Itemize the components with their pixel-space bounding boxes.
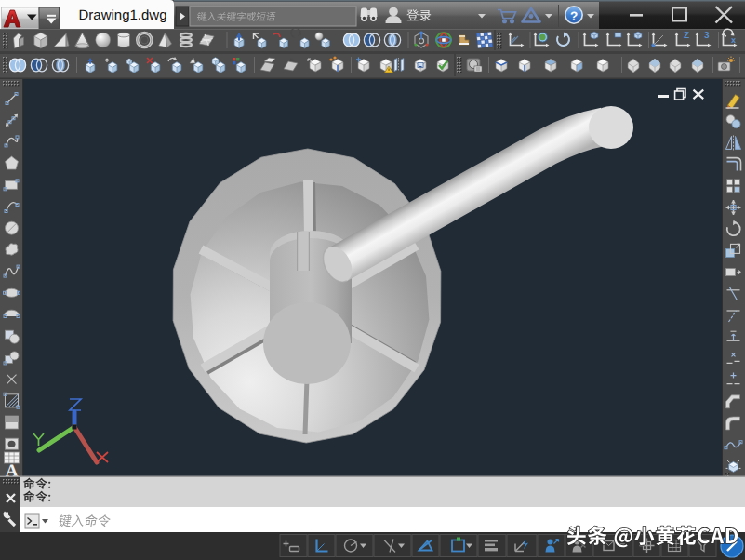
svg-text:3: 3 — [704, 31, 710, 41]
svg-text:x: x — [731, 35, 736, 45]
svg-text:Drawing1.dwg: Drawing1.dwg — [78, 7, 166, 23]
svg-text:Z: Z — [684, 31, 689, 41]
svg-text:?: ? — [570, 9, 578, 23]
